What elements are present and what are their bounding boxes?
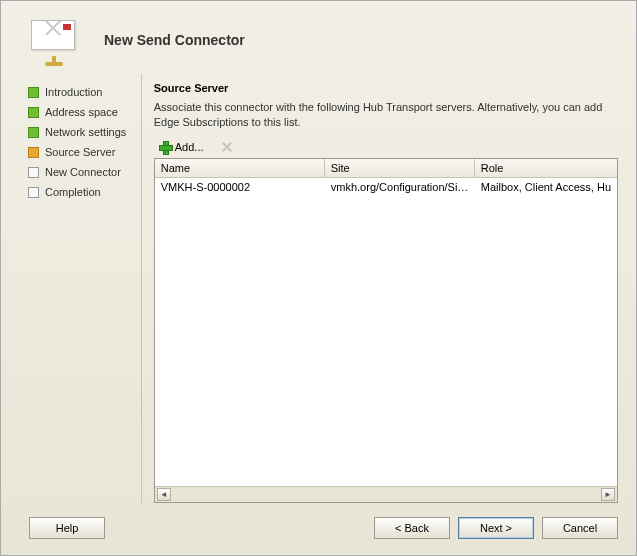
cell-role: Mailbox, Client Access, Hu — [475, 178, 617, 196]
wizard-footer: Help < Back Next > Cancel — [1, 503, 636, 555]
step-completion: Completion — [26, 182, 137, 202]
step-label: Network settings — [45, 126, 126, 138]
step-new-connector: New Connector — [26, 162, 137, 182]
remove-icon — [220, 140, 234, 154]
cell-name: VMKH-S-0000002 — [155, 178, 325, 196]
wizard-dialog: New Send Connector Introduction Address … — [0, 0, 637, 556]
step-done-icon — [28, 107, 39, 118]
step-introduction: Introduction — [26, 82, 137, 102]
wizard-steps-sidebar: Introduction Address space Network setti… — [26, 74, 137, 503]
wizard-main-panel: Source Server Associate this connector w… — [154, 74, 626, 503]
section-title: Source Server — [154, 82, 618, 94]
mail-connector-icon — [31, 16, 79, 64]
step-label: Source Server — [45, 146, 115, 158]
step-done-icon — [28, 87, 39, 98]
step-label: New Connector — [45, 166, 121, 178]
step-label: Completion — [45, 186, 101, 198]
wizard-title: New Send Connector — [104, 32, 245, 48]
remove-button[interactable] — [216, 138, 238, 156]
add-button[interactable]: Add... — [154, 138, 208, 156]
add-button-label: Add... — [175, 141, 204, 153]
step-label: Address space — [45, 106, 118, 118]
grid-toolbar: Add... — [154, 138, 618, 156]
wizard-header: New Send Connector — [1, 1, 636, 74]
step-source-server: Source Server — [26, 142, 137, 162]
help-button[interactable]: Help — [29, 517, 105, 539]
back-button[interactable]: < Back — [374, 517, 450, 539]
step-label: Introduction — [45, 86, 102, 98]
column-header-name[interactable]: Name — [155, 159, 325, 177]
cell-site: vmkh.org/Configuration/Sit... — [325, 178, 475, 196]
scroll-right-icon[interactable]: ► — [601, 488, 615, 501]
step-pending-icon — [28, 167, 39, 178]
table-row[interactable]: VMKH-S-0000002 vmkh.org/Configuration/Si… — [155, 178, 617, 196]
step-current-icon — [28, 147, 39, 158]
section-description: Associate this connector with the follow… — [154, 100, 618, 130]
grid-body: VMKH-S-0000002 vmkh.org/Configuration/Si… — [155, 178, 617, 486]
servers-grid: Name Site Role VMKH-S-0000002 vmkh.org/C… — [154, 158, 618, 503]
step-address-space: Address space — [26, 102, 137, 122]
grid-header-row: Name Site Role — [155, 159, 617, 178]
column-header-role[interactable]: Role — [475, 159, 617, 177]
scroll-left-icon[interactable]: ◄ — [157, 488, 171, 501]
horizontal-scrollbar[interactable]: ◄ ► — [155, 486, 617, 502]
column-header-site[interactable]: Site — [325, 159, 475, 177]
plus-icon — [158, 140, 172, 154]
next-button[interactable]: Next > — [458, 517, 534, 539]
step-network-settings: Network settings — [26, 122, 137, 142]
step-done-icon — [28, 127, 39, 138]
cancel-button[interactable]: Cancel — [542, 517, 618, 539]
step-pending-icon — [28, 187, 39, 198]
vertical-separator — [141, 74, 142, 503]
